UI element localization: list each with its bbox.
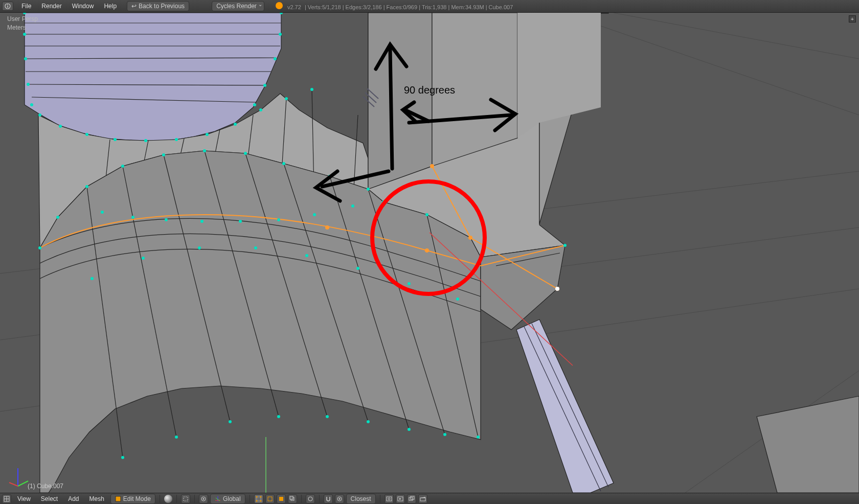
svg-point-57 (24, 57, 27, 60)
svg-point-85 (121, 165, 124, 168)
svg-marker-154 (399, 498, 401, 500)
active-object-label: (1) Cube.007 (28, 483, 63, 490)
3d-viewport[interactable] (0, 13, 859, 493)
menu-window[interactable]: Window (67, 3, 99, 10)
render-preview-icon[interactable] (385, 494, 394, 503)
svg-point-72 (285, 97, 288, 100)
pivot-icon[interactable] (199, 494, 208, 503)
svg-rect-145 (279, 497, 283, 501)
limit-visible-icon[interactable] (288, 494, 297, 503)
back-to-previous-button[interactable]: ↩ Back to Previous (127, 1, 189, 11)
editor-type-icon[interactable] (2, 494, 11, 503)
snap-element-icon[interactable] (335, 494, 344, 503)
menu-select[interactable]: Select (37, 495, 62, 502)
svg-point-119 (325, 225, 329, 230)
svg-point-135 (202, 498, 204, 499)
info-icon[interactable] (2, 2, 13, 11)
svg-point-98 (121, 456, 124, 459)
snap-label: Closest (351, 495, 371, 502)
svg-point-103 (367, 420, 370, 423)
svg-point-79 (277, 218, 280, 221)
svg-point-108 (142, 257, 145, 260)
svg-rect-147 (290, 496, 293, 499)
svg-point-2 (7, 4, 8, 5)
svg-point-111 (305, 254, 308, 257)
menu-mesh[interactable]: Mesh (85, 495, 108, 502)
svg-point-88 (244, 152, 247, 155)
svg-point-102 (326, 415, 329, 418)
face-select-icon[interactable] (277, 494, 286, 503)
svg-point-70 (234, 123, 237, 126)
svg-point-116 (468, 236, 472, 240)
svg-point-76 (165, 218, 168, 221)
stat-tris: Tris:1,938 (422, 4, 447, 10)
menu-view[interactable]: View (13, 495, 35, 502)
proportional-edit-icon[interactable] (306, 494, 315, 503)
svg-point-152 (388, 498, 390, 500)
svg-point-120 (555, 287, 559, 291)
svg-point-99 (175, 436, 178, 439)
svg-point-60 (263, 84, 266, 87)
edge-select-icon[interactable] (265, 494, 275, 503)
svg-line-7 (614, 13, 859, 59)
svg-marker-43 (757, 396, 859, 493)
svg-point-56 (279, 33, 282, 36)
svg-point-80 (313, 213, 316, 216)
svg-point-105 (443, 433, 446, 436)
svg-point-143 (260, 500, 261, 501)
menu-file[interactable]: File (16, 3, 36, 10)
svg-point-59 (27, 83, 30, 86)
limit-selection-icon[interactable] (181, 494, 190, 503)
svg-point-64 (59, 125, 62, 128)
svg-point-114 (456, 297, 459, 301)
svg-point-84 (85, 185, 88, 188)
opengl-render-icon[interactable] (396, 494, 405, 503)
stat-obj: Cube.007 (489, 4, 513, 10)
stat-faces: Faces:0/969 (387, 4, 418, 10)
stat-version: v2.72 (287, 4, 301, 10)
stat-mem: Mem:34.93M (451, 4, 484, 10)
svg-point-141 (260, 496, 261, 497)
svg-point-77 (200, 220, 204, 223)
orientation-dropdown[interactable]: Global (210, 494, 245, 504)
menu-add[interactable]: Add (64, 495, 83, 502)
menu-help[interactable]: Help (99, 3, 122, 10)
svg-point-93 (425, 213, 428, 216)
svg-point-104 (408, 428, 411, 431)
svg-point-100 (229, 420, 232, 423)
shading-mode-icon[interactable] (164, 495, 172, 503)
axis-icon (215, 496, 221, 502)
svg-point-74 (101, 211, 104, 214)
svg-rect-1 (7, 6, 8, 8)
clapperboard-icon[interactable] (418, 494, 427, 503)
snap-target-dropdown[interactable]: Closest (346, 494, 376, 504)
opengl-anim-icon[interactable] (407, 494, 416, 503)
svg-point-112 (356, 267, 359, 270)
mode-dropdown[interactable]: Edit Mode (110, 494, 155, 504)
svg-point-58 (274, 57, 277, 60)
vertex-select-icon[interactable] (254, 494, 263, 503)
expand-panel-icon[interactable]: + (849, 15, 856, 22)
snap-toggle-icon[interactable] (324, 494, 333, 503)
menu-render[interactable]: Render (36, 3, 66, 10)
svg-point-55 (23, 33, 26, 36)
svg-point-89 (282, 162, 285, 165)
top-menu-bar: File Render Window Help ↩ Back to Previo… (0, 0, 859, 13)
svg-point-63 (38, 113, 41, 117)
viewport-header: View Select Add Mesh Edit Mode Global (0, 493, 859, 504)
blender-logo-icon (276, 2, 283, 9)
stat-verts: Verts:5/1,218 (308, 4, 341, 10)
svg-point-67 (144, 139, 147, 142)
render-engine-dropdown[interactable]: Cycles Render (212, 1, 264, 11)
svg-point-78 (239, 220, 242, 223)
svg-marker-28 (368, 13, 432, 189)
svg-rect-133 (184, 497, 188, 501)
mode-label: Edit Mode (123, 495, 151, 502)
svg-point-107 (91, 277, 94, 280)
svg-line-121 (390, 49, 392, 169)
svg-point-110 (254, 246, 257, 249)
svg-point-75 (131, 216, 134, 219)
svg-point-83 (56, 216, 59, 219)
svg-marker-41 (481, 245, 565, 330)
scene-stats: v2.72 | Verts:5/1,218 | Edges:3/2,186 | … (273, 2, 513, 10)
